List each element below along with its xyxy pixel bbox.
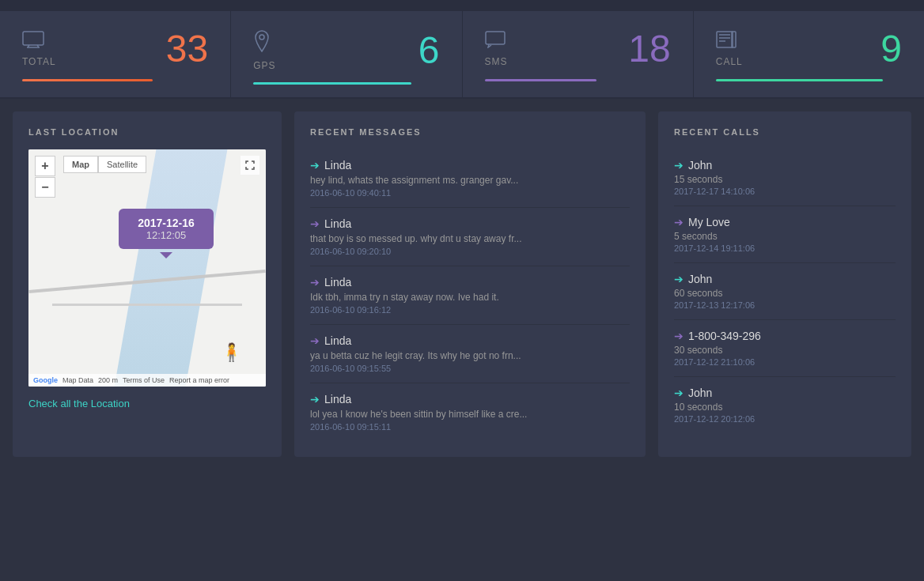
- main-content: LAST LOCATION 93637, USA + −: [0, 99, 924, 470]
- gps-value: 6: [418, 32, 440, 70]
- message-timestamp: 2016-06-10 09:16:12: [310, 305, 630, 315]
- check-location-link[interactable]: Check all the Location: [28, 398, 266, 409]
- message-contact-name: Linda: [324, 159, 351, 172]
- message-out-arrow: ➔: [310, 159, 320, 172]
- message-timestamp: 2016-06-10 09:40:11: [310, 188, 630, 198]
- message-item[interactable]: ➔ Linda hey lind, whats the assignment m…: [310, 149, 630, 208]
- map-report: Report a map error: [169, 376, 229, 384]
- map-zoom-controls[interactable]: + −: [35, 156, 55, 198]
- call-item[interactable]: ➔ 1-800-349-296 30 seconds 2017-12-12 21…: [674, 320, 896, 377]
- message-timestamp: 2016-06-10 09:15:55: [310, 364, 630, 373]
- call-out-arrow: ➔: [674, 273, 684, 285]
- message-contact-name: Linda: [324, 276, 351, 289]
- call-out-arrow: ➔: [674, 159, 684, 172]
- location-panel: LAST LOCATION 93637, USA + −: [13, 111, 282, 457]
- map-river: [115, 149, 228, 387]
- messages-panel: RECENT MESSAGES ➔ Linda hey lind, whats …: [294, 111, 646, 457]
- map-data-label: Map Data: [62, 376, 93, 384]
- top-bar: [0, 0, 924, 11]
- message-in-arrow: ➔: [310, 276, 320, 289]
- call-item[interactable]: ➔ John 10 seconds 2017-12-12 20:12:06: [674, 377, 896, 433]
- messages-panel-title: RECENT MESSAGES: [310, 127, 630, 137]
- map-footer: Google Map Data 200 m Terms of Use Repor…: [28, 374, 266, 387]
- map-pin-bubble: 2017-12-16 12:12:05: [119, 209, 214, 249]
- message-contact: ➔ Linda: [310, 276, 630, 289]
- stat-card-call: Call 9: [694, 11, 924, 97]
- message-item[interactable]: ➔ Linda Idk tbh, imma try n stay away no…: [310, 266, 630, 325]
- call-timestamp: 2017-12-17 14:10:06: [674, 187, 896, 196]
- message-contact: ➔ Linda: [310, 393, 630, 406]
- map-background: 93637, USA + − Map Satellite: [28, 149, 266, 387]
- call-contact-name: 1-800-349-296: [688, 330, 761, 342]
- svg-rect-0: [23, 32, 44, 45]
- call-in-arrow: ➔: [674, 216, 684, 228]
- location-panel-title: LAST LOCATION: [28, 127, 266, 137]
- call-timestamp: 2017-12-12 21:10:06: [674, 357, 896, 367]
- call-timestamp: 2017-12-12 20:12:06: [674, 414, 896, 424]
- map-zoom-in-button[interactable]: +: [35, 156, 55, 176]
- map-pin-time: 12:12:05: [131, 229, 201, 241]
- message-text: that boy is so messed up. why dnt u stay…: [310, 233, 630, 244]
- message-item[interactable]: ➔ Linda lol yea I know he's been sittin …: [310, 383, 630, 441]
- sms-bar: [485, 79, 596, 81]
- messages-list: ➔ Linda hey lind, whats the assignment m…: [310, 149, 630, 441]
- map-type-satellite-button[interactable]: Satellite: [98, 156, 146, 173]
- call-bar: [716, 79, 884, 81]
- map-container: 93637, USA + − Map Satellite: [28, 149, 266, 387]
- call-duration: 5 seconds: [674, 231, 896, 242]
- map-type-buttons[interactable]: Map Satellite: [63, 156, 146, 173]
- message-contact-name: Linda: [324, 217, 351, 230]
- map-type-map-button[interactable]: Map: [63, 156, 98, 173]
- map-zoom-out-button[interactable]: −: [35, 177, 55, 198]
- call-item[interactable]: ➔ John 15 seconds 2017-12-17 14:10:06: [674, 149, 896, 206]
- stat-card-gps: GPS 6: [231, 11, 462, 97]
- gps-bar: [253, 82, 411, 85]
- call-contact-name: John: [688, 159, 712, 172]
- svg-rect-6: [717, 32, 733, 47]
- stat-card-total: Total 33: [0, 11, 231, 97]
- message-item[interactable]: ➔ Linda that boy is so messed up. why dn…: [310, 208, 630, 266]
- total-label: Total: [22, 56, 56, 67]
- map-person-icon: 🧍: [221, 342, 242, 363]
- call-duration: 10 seconds: [674, 402, 896, 413]
- message-timestamp: 2016-06-10 09:20:10: [310, 247, 630, 256]
- call-contact: ➔ My Love: [674, 216, 896, 228]
- call-item[interactable]: ➔ My Love 5 seconds 2017-12-14 19:11:06: [674, 206, 896, 263]
- call-duration: 30 seconds: [674, 345, 896, 356]
- gps-icon: [253, 30, 275, 57]
- call-in-arrow: ➔: [674, 330, 684, 342]
- map-road-2: [52, 304, 242, 306]
- sms-value: 18: [628, 30, 670, 68]
- call-icon: [716, 31, 743, 53]
- call-contact: ➔ John: [674, 273, 896, 285]
- stat-card-sms: SMS 18: [463, 11, 694, 97]
- message-text: Idk tbh, imma try n stay away now. Ive h…: [310, 292, 630, 303]
- total-bar: [22, 79, 153, 81]
- calls-panel: RECENT CALLS ➔ John 15 seconds 2017-12-1…: [658, 111, 911, 457]
- message-contact-name: Linda: [324, 393, 351, 406]
- message-in-arrow: ➔: [310, 334, 320, 347]
- message-contact: ➔ Linda: [310, 159, 630, 172]
- svg-rect-5: [486, 32, 505, 44]
- call-duration: 15 seconds: [674, 174, 896, 185]
- google-logo: Google: [33, 376, 58, 384]
- call-item[interactable]: ➔ John 60 seconds 2017-12-13 12:17:06: [674, 263, 896, 320]
- stats-bar: Total 33 GPS 6: [0, 11, 924, 99]
- message-text: hey lind, whats the assignment ms. grang…: [310, 175, 630, 186]
- call-out-arrow: ➔: [674, 387, 684, 399]
- sms-label: SMS: [485, 56, 508, 67]
- call-contact: ➔ John: [674, 159, 896, 172]
- map-fullscreen-button[interactable]: [240, 156, 259, 175]
- map-terms: Terms of Use: [123, 376, 165, 384]
- total-value: 33: [166, 30, 208, 68]
- message-contact: ➔ Linda: [310, 217, 630, 230]
- message-contact-name: Linda: [324, 334, 351, 347]
- call-timestamp: 2017-12-14 19:11:06: [674, 243, 896, 253]
- message-item[interactable]: ➔ Linda ya u betta cuz he legit cray. It…: [310, 325, 630, 383]
- message-text: lol yea I know he's been sittin by himse…: [310, 409, 630, 420]
- message-text: ya u betta cuz he legit cray. Its why he…: [310, 350, 630, 361]
- message-in-arrow: ➔: [310, 217, 320, 230]
- call-timestamp: 2017-12-13 12:17:06: [674, 300, 896, 310]
- call-contact-name: John: [688, 273, 712, 285]
- gps-label: GPS: [253, 60, 275, 71]
